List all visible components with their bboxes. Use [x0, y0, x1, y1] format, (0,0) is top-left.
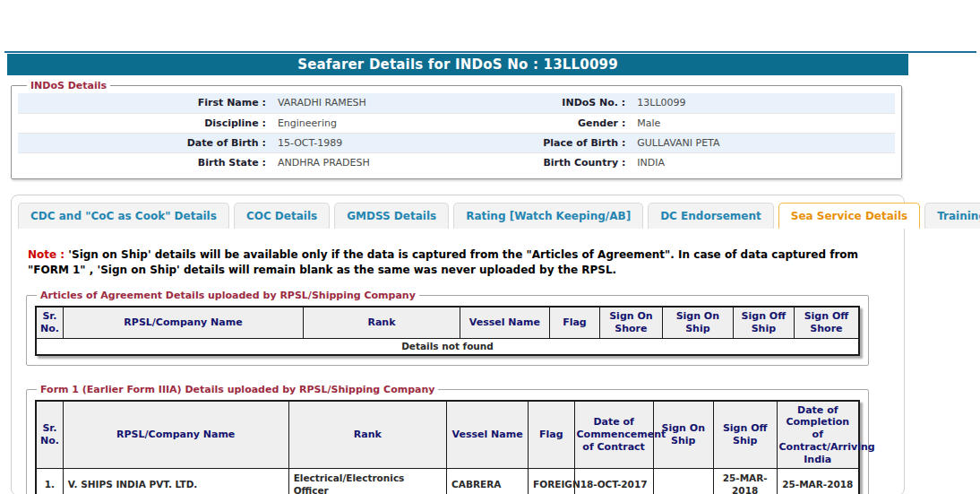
tab-dc-endorsement[interactable]: DC Endorsement — [648, 203, 774, 229]
birth-country-value: INDIA — [632, 152, 895, 172]
column-header-date-commencement: Date of Commencement of Contract — [574, 401, 653, 469]
tab-training-details[interactable]: Training Details — [924, 203, 980, 229]
discipline-value: Engineering — [272, 113, 527, 133]
indos-row: Discipline : Engineering Gender : Male — [18, 113, 895, 133]
note-body: 'Sign on Ship' details will be available… — [28, 248, 858, 276]
indos-no-label: INDoS No. : — [527, 93, 632, 113]
indos-details-table: First Name : VARADHI RAMESH INDoS No. : … — [18, 93, 895, 172]
column-header-sign-off-ship: Sign Off Ship — [713, 401, 777, 469]
indos-no-value: 13LL0099 — [632, 93, 895, 113]
column-header-flag: Flag — [549, 307, 599, 338]
column-header-vessel: Vessel Name — [460, 307, 549, 338]
articles-of-agreement-section: Articles of Agreement Details uploaded b… — [26, 290, 869, 366]
indos-details-section: INDoS Details First Name : VARADHI RAMES… — [11, 80, 902, 179]
tab-coc-details[interactable]: COC Details — [234, 203, 330, 229]
indos-row: First Name : VARADHI RAMESH INDoS No. : … — [18, 93, 895, 113]
first-name-label: First Name : — [18, 93, 272, 113]
tab-content-panel: CDC and "CoC as Cook" Details COC Detail… — [11, 195, 905, 494]
column-header-vessel: Vessel Name — [447, 401, 529, 469]
tab-bar: CDC and "CoC as Cook" Details COC Detail… — [12, 195, 904, 229]
tab-rating-watch-keeping-ab[interactable]: Rating [Watch Keeping/AB] — [453, 203, 643, 229]
cell-sign-off-ship: 25-MAR-2018 — [713, 469, 777, 494]
column-header-flag: Flag — [529, 401, 574, 469]
place-of-birth-label: Place of Birth : — [527, 133, 632, 152]
top-divider — [4, 51, 976, 53]
column-header-sr-no: Sr. No. — [36, 401, 63, 469]
indos-details-legend: INDoS Details — [27, 80, 110, 91]
column-header-sign-on-ship: Sign On Ship — [653, 401, 713, 469]
dob-label: Date of Birth : — [18, 133, 272, 152]
table-row: 1. V. SHIPS INDIA PVT. LTD. Electrical/E… — [36, 469, 859, 494]
column-header-date-completion: Date of Completion of Contract/Arriving … — [777, 401, 859, 469]
form1-section: Form 1 (Earlier Form IIIA) Details uploa… — [26, 384, 869, 494]
column-header-company: RPSL/Company Name — [63, 307, 303, 338]
column-header-rank: Rank — [288, 401, 446, 469]
table-row: Details not found — [36, 338, 859, 355]
gender-value: Male — [632, 113, 895, 133]
column-header-sign-off-ship: Sign Off Ship — [733, 307, 794, 338]
birth-state-label: Birth State : — [18, 152, 272, 172]
indos-row: Date of Birth : 15-OCT-1989 Place of Bir… — [18, 133, 895, 152]
cell-company: V. SHIPS INDIA PVT. LTD. — [63, 469, 288, 494]
page-title: Seafarer Details for INDoS No : 13LL0099 — [7, 54, 908, 75]
column-header-sign-on-ship: Sign On Ship — [662, 307, 733, 338]
birth-state-value: ANDHRA PRADESH — [272, 152, 527, 172]
tab-gmdss-details[interactable]: GMDSS Details — [334, 203, 449, 229]
indos-row: Birth State : ANDHRA PRADESH Birth Count… — [18, 152, 895, 172]
column-header-company: RPSL/Company Name — [63, 401, 288, 469]
table-header-row: Sr. No. RPSL/Company Name Rank Vessel Na… — [36, 401, 859, 469]
form1-table: Sr. No. RPSL/Company Name Rank Vessel Na… — [35, 400, 860, 494]
birth-country-label: Birth Country : — [527, 152, 632, 172]
first-name-value: VARADHI RAMESH — [272, 93, 527, 113]
sea-service-tab-content: Note : 'Sign on Ship' details will be av… — [12, 247, 904, 494]
table-header-row: Sr. No. RPSL/Company Name Rank Vessel Na… — [36, 307, 859, 338]
cell-date-completion: 25-MAR-2018 — [777, 469, 859, 494]
gender-label: Gender : — [527, 113, 632, 133]
place-of-birth-value: GULLAVANI PETA — [632, 133, 895, 152]
form1-legend: Form 1 (Earlier Form IIIA) Details uploa… — [37, 384, 438, 395]
cell-flag: FOREIGN — [529, 469, 574, 494]
cell-rank: Electrical/Electronics Officer — [288, 469, 446, 494]
tab-cdc-coc-as-cook-details[interactable]: CDC and "CoC as Cook" Details — [18, 203, 229, 229]
cell-sr-no: 1. — [36, 469, 63, 494]
column-header-sign-off-shore: Sign Off Shore — [794, 307, 859, 338]
articles-of-agreement-table: Sr. No. RPSL/Company Name Rank Vessel Na… — [35, 306, 860, 356]
empty-state-message: Details not found — [36, 338, 859, 355]
cell-sign-on-ship — [653, 469, 713, 494]
cell-vessel: CABRERA — [447, 469, 529, 494]
column-header-sign-on-shore: Sign On Shore — [599, 307, 662, 338]
note-text: Note : 'Sign on Ship' details will be av… — [28, 247, 888, 277]
articles-of-agreement-legend: Articles of Agreement Details uploaded b… — [37, 290, 419, 301]
dob-value: 15-OCT-1989 — [272, 133, 527, 152]
column-header-sr-no: Sr. No. — [36, 307, 63, 338]
column-header-rank: Rank — [304, 307, 460, 338]
cell-date-commencement: 18-OCT-2017 — [574, 469, 653, 494]
tab-sea-service-details[interactable]: Sea Service Details — [778, 203, 920, 229]
discipline-label: Discipline : — [18, 113, 272, 133]
note-label: Note : — [28, 248, 64, 261]
